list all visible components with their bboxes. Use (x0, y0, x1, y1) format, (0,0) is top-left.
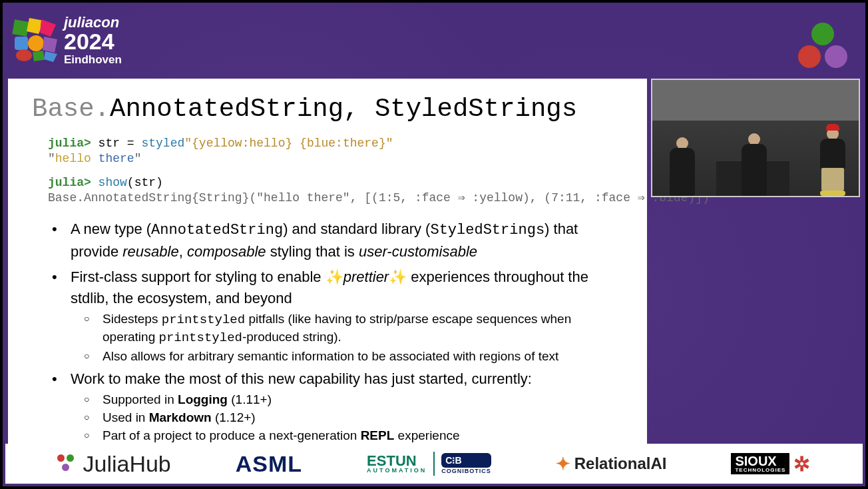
bullet-2-sub-1: Sidesteps printstyled pitfalls (like hav… (71, 310, 623, 347)
conference-logo: juliacon 2024 Eindhoven (12, 15, 122, 66)
svg-marker-5 (43, 37, 57, 53)
relationalai-text: RelationalAI (574, 454, 667, 473)
presentation-frame: juliacon 2024 Eindhoven Base.AnnotatedSt… (3, 3, 865, 486)
sponsor-estun-cognibotics: ESTUN AUTOMATION C⁝B COGNIBOTICS (367, 452, 491, 476)
bullet-list: A new type (AnnotatedString) and standar… (32, 219, 623, 444)
sponsor-bar: JuliaHub ASML ESTUN AUTOMATION C⁝B COGNI… (5, 444, 863, 484)
conference-city: Eindhoven (64, 54, 122, 66)
bullet-3: Work to make the most of this new capabi… (32, 368, 623, 444)
sioux-logo-box: SIOUX TECHNOLOGIES (731, 453, 789, 475)
conference-title-block: juliacon 2024 Eindhoven (64, 15, 122, 66)
svg-marker-2 (40, 19, 56, 37)
juliacon-logo-icon (12, 17, 59, 63)
svg-rect-7 (33, 51, 45, 61)
juliahub-dots-icon (57, 454, 77, 473)
sponsor-sioux: SIOUX TECHNOLOGIES ✲ (731, 452, 810, 476)
bullet-3-sub-2: Used in Markdown (1.12+) (71, 409, 623, 426)
speaker-1 (666, 137, 699, 196)
bullet-3-sub-1: Supported in Logging (1.11+) (71, 391, 623, 408)
sponsor-asml: ASML (236, 451, 302, 477)
sponsor-relationalai: ✦ RelationalAI (556, 454, 667, 474)
speaker-2 (738, 133, 771, 196)
slide-title-namespace: Base. (32, 95, 110, 124)
slide-title: Base.AnnotatedString, StyledStrings (32, 95, 623, 124)
bullet-3-sub-3: Part of a project to produce a next-gene… (71, 427, 623, 444)
juliahub-text: JuliaHub (83, 451, 170, 477)
gear-icon: ✲ (793, 452, 810, 476)
slide-title-main: AnnotatedString, StyledStrings (110, 95, 577, 124)
bullet-2: First-class support for styling to enabl… (32, 266, 623, 365)
speaker-camera-feed (651, 79, 860, 197)
relationalai-icon: ✦ (556, 454, 570, 474)
svg-rect-0 (12, 20, 29, 37)
svg-marker-8 (44, 51, 57, 62)
estun-logo: ESTUN AUTOMATION (367, 454, 427, 473)
conference-year: 2024 (64, 30, 122, 54)
sponsor-juliahub: JuliaHub (57, 451, 170, 477)
svg-point-6 (16, 49, 32, 61)
divider-icon (433, 452, 435, 476)
header-bar: juliacon 2024 Eindhoven (3, 3, 865, 76)
conference-name: juliacon (64, 15, 122, 30)
bullet-1: A new type (AnnotatedString) and standar… (32, 219, 623, 262)
svg-point-4 (28, 35, 44, 51)
code-example-2: julia> show(str) Base.AnnotatedString{St… (48, 175, 623, 205)
cognibotics-logo: C⁝B COGNIBOTICS (441, 453, 491, 474)
julia-dots-icon (796, 23, 849, 71)
svg-rect-3 (15, 37, 28, 50)
code-example-1: julia> str = styled"{yellow:hello} {blue… (48, 136, 623, 166)
speaker-3 (816, 128, 849, 196)
bullet-2-sub-2: Also allows for arbitrary semantic infor… (71, 348, 623, 365)
slide-content: Base.AnnotatedString, StyledStrings juli… (8, 79, 647, 445)
